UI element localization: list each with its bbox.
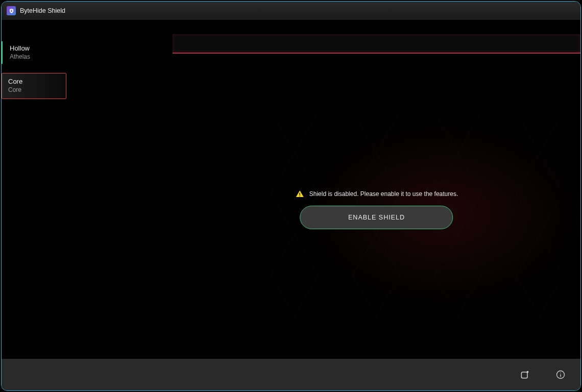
titlebar: ByteHide Shield xyxy=(2,2,580,20)
svg-rect-3 xyxy=(521,372,527,378)
open-external-icon[interactable] xyxy=(519,369,530,380)
svg-point-4 xyxy=(527,371,529,373)
center-block: Shield is disabled. Please enable it to … xyxy=(295,189,458,229)
sidebar-item-core[interactable]: Core Core xyxy=(2,73,66,99)
warning-text: Shield is disabled. Please enable it to … xyxy=(309,190,458,198)
svg-point-7 xyxy=(560,373,561,374)
content-area: Shield is disabled. Please enable it to … xyxy=(76,20,580,359)
warning-icon xyxy=(295,189,304,199)
sidebar: Hollow Athelas Core Core xyxy=(2,20,76,359)
info-icon[interactable] xyxy=(555,369,566,380)
enable-shield-label: ENABLE SHIELD xyxy=(348,214,405,221)
content-topbar xyxy=(173,34,580,54)
svg-rect-2 xyxy=(299,195,300,197)
svg-rect-1 xyxy=(299,193,300,195)
warning-row: Shield is disabled. Please enable it to … xyxy=(295,189,458,199)
app-window: ByteHide Shield Hollow Athelas Core Core xyxy=(1,1,581,391)
app-icon xyxy=(7,6,16,15)
sidebar-item-hollow[interactable]: Hollow Athelas xyxy=(2,41,76,64)
sidebar-item-subtitle: Core xyxy=(8,86,60,94)
footer xyxy=(2,359,580,390)
svg-rect-0 xyxy=(11,10,12,11)
main-row: Hollow Athelas Core Core xyxy=(2,20,580,359)
sidebar-item-subtitle: Athelas xyxy=(10,53,67,61)
enable-shield-button[interactable]: ENABLE SHIELD xyxy=(300,206,453,229)
app-title: ByteHide Shield xyxy=(20,7,65,14)
sidebar-item-label: Hollow xyxy=(10,44,67,53)
sidebar-item-label: Core xyxy=(8,78,60,86)
